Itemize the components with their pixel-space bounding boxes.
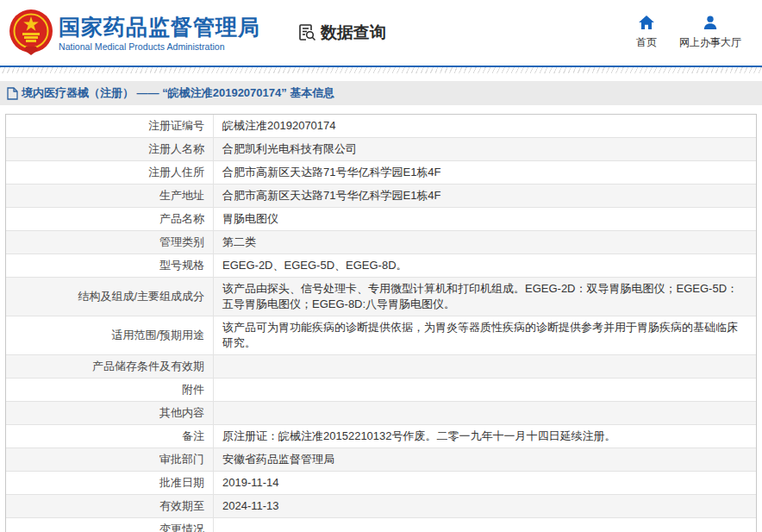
row-label: 审批部门 [6, 448, 214, 471]
table-row: 适用范围/预期用途该产品可为胃功能疾病的诊断提供依据，为胃炎等器质性疾病的诊断提… [6, 316, 756, 355]
row-value [214, 402, 756, 424]
row-value: 2019-11-14 [214, 472, 756, 494]
table-row: 附件 [6, 379, 756, 402]
row-label: 适用范围/预期用途 [6, 316, 214, 354]
row-value: 合肥市高新区天达路71号华亿科学园E1栋4F [214, 161, 756, 184]
row-label: 结构及组成/主要组成成分 [6, 278, 214, 316]
data-query-label: 数据查询 [321, 22, 386, 44]
page: 国家药品监督管理局 National Medical Products Admi… [0, 0, 762, 532]
org-name-en: National Medical Products Administration [59, 41, 260, 52]
data-query-title: 数据查询 [297, 22, 386, 44]
row-label: 生产地址 [6, 185, 214, 207]
nav-home-label: 首页 [636, 35, 657, 50]
row-label: 注册证编号 [6, 115, 214, 137]
row-label: 注册人住所 [6, 161, 214, 184]
table-row: 管理类别第二类 [6, 231, 756, 254]
row-value: 该产品可为胃功能疾病的诊断提供依据，为胃炎等器质性疾病的诊断提供参考并用于胃肠疾… [214, 316, 756, 354]
brand-text: 国家药品监督管理局 National Medical Products Admi… [59, 15, 260, 52]
row-label: 产品名称 [6, 208, 214, 230]
org-name-cn: 国家药品监督管理局 [59, 15, 260, 39]
row-label: 注册人名称 [6, 138, 214, 160]
row-value: 该产品由探头、信号处理卡、专用微型计算机和打印机组成。EGEG-2D：双导胃肠电… [214, 278, 756, 316]
table-row: 审批部门安徽省药品监督管理局 [6, 448, 756, 472]
home-icon [639, 16, 654, 32]
row-value: 安徽省药品监督管理局 [214, 448, 756, 471]
row-value: 胃肠电图仪 [214, 208, 756, 230]
row-label: 附件 [6, 379, 214, 401]
table-row: 批准日期2019-11-14 [6, 472, 756, 495]
table-row: 注册人名称合肥凯利光电科技有限公司 [6, 138, 756, 161]
row-label: 其他内容 [6, 402, 214, 424]
brand[interactable]: 国家药品监督管理局 National Medical Products Admi… [9, 9, 260, 57]
document-search-icon [297, 22, 317, 43]
table-row: 有效期至2024-11-13 [6, 495, 756, 518]
top-nav: 首页 网上办事大厅 [636, 16, 741, 50]
row-value: EGEG-2D、EGEG-5D、EGEG-8D。 [214, 254, 756, 277]
row-label: 备注 [6, 425, 214, 448]
table-row: 注册证编号皖械注准20192070174 [6, 115, 756, 138]
row-label: 变更情况 [6, 518, 214, 532]
table-row: 变更情况 [6, 518, 756, 532]
table-row: 型号规格EGEG-2D、EGEG-5D、EGEG-8D。 [6, 254, 756, 278]
row-value [214, 518, 756, 532]
table-row: 产品储存条件及有效期 [6, 355, 756, 379]
nav-home[interactable]: 首页 [636, 16, 657, 50]
breadcrumb-text: 境内医疗器械（注册） —— “皖械注准20192070174” 基本信息 [22, 85, 334, 101]
row-value [214, 355, 756, 378]
nav-service-hall-label: 网上办事大厅 [679, 35, 741, 50]
table-row: 生产地址合肥市高新区天达路71号华亿科学园E1栋4F [6, 185, 756, 208]
row-label: 型号规格 [6, 254, 214, 277]
row-value: 原注册证：皖械注准20152210132号作废。二零一九年十一月十四日延续注册。 [214, 425, 756, 448]
document-icon [7, 87, 18, 100]
registration-info-table: 注册证编号皖械注准20192070174注册人名称合肥凯利光电科技有限公司注册人… [5, 114, 757, 532]
hatch-strip [0, 67, 762, 73]
row-label: 产品储存条件及有效期 [6, 355, 214, 378]
nav-service-hall[interactable]: 网上办事大厅 [679, 16, 741, 50]
row-label: 管理类别 [6, 231, 214, 253]
table-row: 备注原注册证：皖械注准20152210132号作废。二零一九年十一月十四日延续注… [6, 425, 756, 448]
table-row: 结构及组成/主要组成成分该产品由探头、信号处理卡、专用微型计算机和打印机组成。E… [6, 278, 756, 316]
table-row: 注册人住所合肥市高新区天达路71号华亿科学园E1栋4F [6, 161, 756, 185]
user-icon [703, 16, 717, 32]
table-row: 产品名称胃肠电图仪 [6, 208, 756, 231]
row-value: 合肥凯利光电科技有限公司 [214, 138, 756, 160]
national-emblem-logo [9, 9, 53, 57]
row-value [214, 379, 756, 401]
row-value: 合肥市高新区天达路71号华亿科学园E1栋4F [214, 185, 756, 207]
row-label: 批准日期 [6, 472, 214, 494]
site-header: 国家药品监督管理局 National Medical Products Admi… [0, 0, 762, 66]
breadcrumb: 境内医疗器械（注册） —— “皖械注准20192070174” 基本信息 [0, 81, 762, 105]
table-row: 其他内容 [6, 402, 756, 425]
row-value: 第二类 [214, 231, 756, 253]
row-label: 有效期至 [6, 495, 214, 517]
row-value: 皖械注准20192070174 [214, 115, 756, 137]
row-value: 2024-11-13 [214, 495, 756, 517]
